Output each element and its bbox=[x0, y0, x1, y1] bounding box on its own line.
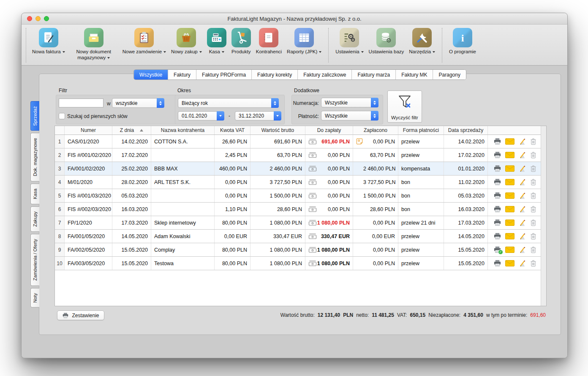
tab-faktury-marża[interactable]: Faktury marża bbox=[352, 70, 396, 80]
toolbar-button-new-warehouse-document[interactable]: Nowy dokument magazynowy bbox=[70, 28, 117, 61]
toolbar-button-new-order[interactable]: Nowe zamówienie bbox=[122, 28, 166, 55]
table-row[interactable]: 7 FP/1/2020 17.03.2020 Sklep internetowy… bbox=[55, 216, 546, 230]
column-header-forma-płatności[interactable]: Forma płatności bbox=[398, 126, 444, 134]
delete-icon[interactable] bbox=[530, 260, 536, 267]
print-icon[interactable]: ✓ bbox=[493, 178, 501, 186]
title-bar[interactable]: FakturaLight Magazyn - Nazwa przykładowe… bbox=[22, 13, 567, 25]
delete-icon[interactable] bbox=[530, 138, 536, 145]
toolbar-button-settings[interactable]: Ustawienia bbox=[335, 28, 363, 55]
delete-icon[interactable] bbox=[530, 192, 536, 199]
table-row[interactable]: 8 FA/001/05/2020 14.05.2020 Adam Kowalsk… bbox=[55, 230, 546, 243]
period-preset-select[interactable]: Bieżący rok bbox=[178, 98, 279, 108]
column-header-z-dnia[interactable]: Z dnia bbox=[112, 126, 151, 134]
edit-icon[interactable] bbox=[518, 260, 526, 267]
toolbar-button-cash-register[interactable]: Kasa bbox=[207, 28, 226, 55]
sidebar-tab-sprzedaż[interactable]: Sprzedaż bbox=[30, 101, 39, 131]
column-header-zapłacono[interactable]: Zapłacono bbox=[353, 126, 398, 134]
toolbar-button-tools[interactable]: Narzędzia bbox=[409, 28, 435, 55]
column-header-wartość-brutto[interactable]: Wartość brutto bbox=[250, 126, 305, 134]
sidebar-tab-zamówienia-oferty[interactable]: Zamówienia / Oferty bbox=[30, 234, 39, 285]
toolbar-button-new-purchase[interactable]: Nowy zakup bbox=[171, 28, 202, 55]
edit-icon[interactable] bbox=[518, 233, 526, 240]
email-icon[interactable] bbox=[505, 179, 514, 185]
filter-scope-select[interactable]: wszystkie bbox=[112, 98, 164, 108]
edit-icon[interactable] bbox=[518, 151, 526, 159]
tab-wszystkie[interactable]: Wszystkie bbox=[134, 70, 168, 80]
delete-icon[interactable] bbox=[530, 246, 536, 253]
table-row[interactable]: 3 FA/001/02/2020 25.02.2020 BBB MAX 460,… bbox=[55, 162, 546, 176]
clear-filter-button[interactable]: Wyczyść filtr bbox=[387, 91, 422, 123]
tab-faktury[interactable]: Faktury bbox=[168, 70, 196, 80]
print-icon[interactable]: ✓ bbox=[493, 192, 501, 199]
table-row[interactable]: 10 FA/003/05/2020 15.05.2020 Testowa 80,… bbox=[55, 257, 546, 270]
print-icon[interactable]: ✓ bbox=[493, 219, 501, 226]
toolbar-button-contractors[interactable]: Kontrahenci bbox=[256, 28, 282, 55]
email-icon[interactable] bbox=[505, 165, 514, 172]
print-icon[interactable]: ✓ bbox=[493, 233, 501, 240]
scrollbar-track[interactable] bbox=[541, 126, 546, 306]
tab-faktury-zaliczkowe[interactable]: Faktury zaliczkowe bbox=[297, 70, 351, 80]
table-row[interactable]: 1 CAS/01/2020 14.02.2020 COTTON S.A. 26,… bbox=[55, 135, 546, 148]
email-icon[interactable] bbox=[505, 138, 514, 145]
delete-icon[interactable] bbox=[530, 206, 536, 213]
print-icon[interactable]: ✓ bbox=[493, 165, 501, 172]
delete-icon[interactable] bbox=[530, 165, 536, 172]
delete-icon[interactable] bbox=[530, 219, 536, 226]
toolbar-button-database-settings[interactable]: Ustawienia bazy bbox=[369, 28, 404, 55]
delete-icon[interactable] bbox=[530, 178, 536, 186]
email-icon[interactable] bbox=[505, 260, 514, 266]
table-row[interactable]: 4 M/01/2020 28.02.2020 ARL TEST S.K. 0,0… bbox=[55, 176, 546, 189]
edit-icon[interactable] bbox=[518, 165, 526, 173]
email-icon[interactable] bbox=[505, 206, 514, 212]
edit-icon[interactable] bbox=[518, 219, 526, 227]
column-header-do-zapłaty[interactable]: Do zapłaty bbox=[305, 126, 353, 134]
tab-faktury-proforma[interactable]: Faktury PROForma bbox=[196, 70, 251, 80]
numbering-select[interactable]: Wszystkie bbox=[321, 98, 378, 107]
table-row[interactable]: 6 FIS #/002/03/2020 16.03.2020 1,10 PLN … bbox=[55, 203, 546, 216]
edit-icon[interactable] bbox=[518, 178, 526, 186]
print-icon[interactable]: ✓ bbox=[493, 151, 501, 159]
edit-icon[interactable] bbox=[518, 206, 526, 213]
email-icon[interactable] bbox=[505, 192, 514, 199]
table-row[interactable]: 9 FA/002/05/2020 15.05.2020 Complay 80,0… bbox=[55, 243, 546, 257]
sidebar-tab-noty[interactable]: Noty bbox=[30, 288, 39, 308]
table-row[interactable]: 2 FIS #/001/02/2020 17.02.2020 2,45 PLN … bbox=[55, 148, 546, 162]
tab-faktury-mk[interactable]: Faktury MK bbox=[395, 70, 433, 80]
edit-icon[interactable] bbox=[518, 192, 526, 200]
sidebar-tab-zakupy[interactable]: Zakupy bbox=[30, 206, 39, 232]
zoom-window-icon[interactable] bbox=[44, 16, 49, 21]
print-icon[interactable]: ✓ bbox=[493, 138, 501, 145]
column-header-nazwa-kontrahenta[interactable]: Nazwa kontrahenta bbox=[151, 126, 215, 134]
close-window-icon[interactable] bbox=[27, 16, 32, 21]
sidebar-tab-kasa[interactable]: Kasa bbox=[30, 184, 39, 204]
column-header-numer[interactable]: Numer bbox=[65, 126, 112, 134]
toolbar-button-about[interactable]: i O programie bbox=[449, 28, 476, 55]
edit-icon[interactable] bbox=[518, 246, 526, 254]
zestawienie-button[interactable]: Zestawienie bbox=[57, 310, 104, 320]
column-header-kwota-vat[interactable]: Kwota VAT bbox=[215, 126, 250, 134]
column-header-data-sprzedaży[interactable]: Data sprzedaży bbox=[444, 126, 488, 134]
edit-icon[interactable] bbox=[518, 138, 526, 145]
print-icon[interactable]: ✓ bbox=[493, 260, 501, 267]
sidebar-tab-dok-magazynowe[interactable]: Dok. magazynowe bbox=[30, 133, 39, 181]
toolbar-button-reports[interactable]: Raporty (JPK) bbox=[287, 28, 321, 55]
toolbar-button-products[interactable]: Produkty bbox=[231, 28, 251, 55]
search-from-first-words-checkbox[interactable] bbox=[59, 113, 65, 119]
minimize-window-icon[interactable] bbox=[35, 16, 41, 21]
date-to-combo[interactable]: 31.12.2020 bbox=[235, 111, 281, 121]
date-from-combo[interactable]: 01.01.2020 bbox=[178, 111, 224, 121]
delete-icon[interactable] bbox=[530, 233, 536, 240]
email-icon[interactable] bbox=[505, 220, 514, 226]
print-icon[interactable]: ✓ bbox=[493, 246, 501, 253]
tab-paragony[interactable]: Paragony bbox=[433, 70, 466, 80]
delete-icon[interactable] bbox=[530, 151, 536, 159]
payment-select[interactable]: Wszystkie bbox=[321, 111, 378, 121]
table-row[interactable]: 5 FIS #/001/03/2020 05.03.2020 0,00 PLN … bbox=[55, 189, 546, 203]
tab-faktury-korekty[interactable]: Faktury korekty bbox=[251, 70, 297, 80]
toolbar-button-new-invoice[interactable]: Nowa faktura bbox=[32, 28, 65, 55]
search-input[interactable] bbox=[59, 99, 103, 107]
print-icon[interactable]: ✓ bbox=[493, 206, 501, 213]
email-icon[interactable] bbox=[505, 152, 514, 158]
email-icon[interactable] bbox=[505, 247, 514, 253]
email-icon[interactable] bbox=[505, 233, 514, 239]
